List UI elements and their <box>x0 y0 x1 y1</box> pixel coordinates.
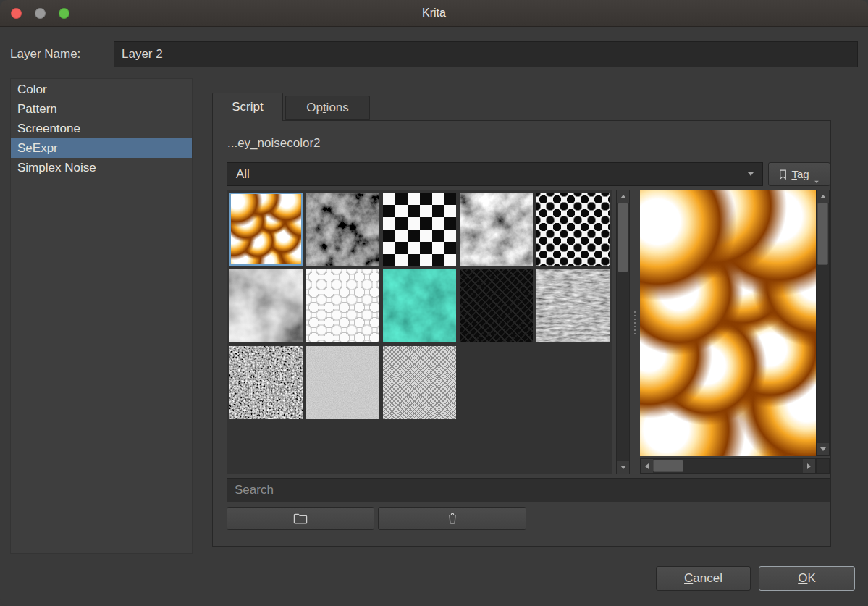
pattern-thumbnail-dark-weave[interactable] <box>460 269 533 342</box>
scroll-right-button[interactable] <box>803 459 815 473</box>
titlebar: Krita <box>0 0 868 27</box>
gray-speckle-texture <box>229 346 303 419</box>
list-item-simplex-noise[interactable]: Simplex Noise <box>11 158 192 177</box>
tag-button-mnemonic: T <box>791 168 797 180</box>
arrow-up-icon <box>620 195 626 198</box>
pattern-grid <box>227 190 612 474</box>
pattern-thumbnail-halftone-dots[interactable] <box>536 193 610 266</box>
pattern-thumbnail-ring-lattice[interactable] <box>306 269 379 342</box>
tab-options-label: Op <box>306 101 323 115</box>
splitter-dot <box>634 311 636 313</box>
selected-pattern-name: ...ey_noisecolor2 <box>227 136 321 151</box>
pattern-thumbnail-gray-speckle[interactable] <box>229 346 303 419</box>
ok-button-mnemonic: O <box>798 571 807 586</box>
pattern-grid-scrollbar[interactable] <box>616 190 630 474</box>
pattern-thumbnail-dark-gray-marble[interactable] <box>306 193 379 266</box>
window-title: Krita <box>422 7 446 20</box>
generator-type-list: Color Pattern Screentone SeExpr Simplex … <box>10 78 193 554</box>
cancel-button-label: ancel <box>693 571 722 586</box>
tab-options[interactable]: Options <box>285 96 370 120</box>
scrollbar-track[interactable] <box>617 203 629 461</box>
splitter-dot <box>634 315 636 316</box>
zoom-window-button[interactable] <box>59 8 69 19</box>
chevron-down-icon <box>748 172 754 176</box>
fine-noise-texture <box>306 346 379 419</box>
cancel-button[interactable]: Cancel <box>656 566 751 591</box>
pattern-thumbnail-gray-fibers[interactable] <box>536 269 610 342</box>
splitter-dot <box>634 333 636 334</box>
pattern-thumbnail-orange-glow-cells[interactable] <box>229 193 303 266</box>
list-item-screentone[interactable]: Screentone <box>11 119 192 138</box>
tag-filter-combobox[interactable]: All <box>227 162 763 186</box>
pattern-preview[interactable] <box>640 190 816 456</box>
close-window-button[interactable] <box>11 8 22 19</box>
arrow-down-icon <box>820 447 826 451</box>
ok-button[interactable]: OK <box>759 566 855 591</box>
splitter-dot <box>634 322 636 324</box>
delete-resource-button[interactable] <box>378 507 526 530</box>
preview-vertical-scrollbar[interactable] <box>816 190 830 456</box>
cancel-button-mnemonic: C <box>684 571 693 586</box>
scrollbar-thumb[interactable] <box>817 203 828 265</box>
pattern-thumbnail-gray-clouds[interactable] <box>229 269 303 342</box>
tag-button-label: Tag <box>791 168 809 180</box>
splitter-dot <box>634 326 636 327</box>
folder-icon <box>293 513 308 524</box>
pattern-thumbnail-gray-smoke[interactable] <box>460 193 533 266</box>
tag-button-label-rest: ag <box>797 168 809 180</box>
preview-horizontal-scrollbar[interactable] <box>640 458 816 474</box>
tag-filter-value: All <box>236 167 250 182</box>
layer-name-label: Layer Name: <box>10 47 80 62</box>
tab-script[interactable]: Script <box>212 93 283 121</box>
pattern-thumbnail-bw-pinwheel[interactable] <box>383 193 456 266</box>
scroll-left-button[interactable] <box>641 459 653 473</box>
scrollbar-thumb[interactable] <box>653 460 683 472</box>
green-marble-texture <box>383 269 456 342</box>
krita-dialog-window: Krita Layer Name: Color Pattern Screento… <box>0 0 868 606</box>
scrollbar-track[interactable] <box>653 459 803 473</box>
scroll-up-button[interactable] <box>617 190 629 203</box>
layer-name-input[interactable] <box>114 41 858 67</box>
list-item-pattern[interactable]: Pattern <box>11 99 192 119</box>
arrow-up-icon <box>820 195 826 198</box>
splitter-dot <box>634 319 636 320</box>
list-item-seexpr[interactable]: SeExpr <box>11 138 192 158</box>
dark-gray-marble-texture <box>306 193 379 266</box>
trash-icon <box>447 513 458 524</box>
scroll-down-button[interactable] <box>617 461 629 474</box>
list-item-color[interactable]: Color <box>11 80 192 99</box>
tag-button[interactable]: Tag <box>768 162 830 186</box>
scroll-down-button[interactable] <box>817 443 829 455</box>
tab-options-label-rest: ions <box>326 101 349 115</box>
arrow-left-icon <box>645 463 649 469</box>
splitter-dot <box>634 329 636 331</box>
gray-fibers-texture <box>536 269 610 342</box>
scroll-up-button[interactable] <box>817 190 829 203</box>
splitter-handle[interactable] <box>633 311 637 334</box>
window-controls <box>11 8 69 19</box>
chevron-down-icon <box>814 180 819 184</box>
pattern-thumbnail-green-marble[interactable] <box>383 269 456 342</box>
arrow-down-icon <box>620 466 626 469</box>
pattern-thumbnail-crosshatch[interactable] <box>383 346 456 419</box>
pattern-thumbnail-fine-noise[interactable] <box>306 346 379 419</box>
pattern-search-input[interactable] <box>227 478 830 502</box>
scrollbar-track[interactable] <box>817 203 829 443</box>
gray-smoke-texture <box>460 193 533 266</box>
tab-script-label: Script <box>232 100 263 114</box>
layer-name-label-rest: ayer Name: <box>17 47 80 61</box>
minimize-window-button[interactable] <box>35 8 46 19</box>
arrow-right-icon <box>807 463 811 469</box>
gray-clouds-texture <box>229 269 303 342</box>
import-resource-button[interactable] <box>227 507 374 530</box>
scrollbar-corner <box>816 458 830 474</box>
scrollbar-thumb[interactable] <box>618 203 628 272</box>
bookmark-icon <box>779 169 787 180</box>
ok-button-label: K <box>807 571 815 586</box>
